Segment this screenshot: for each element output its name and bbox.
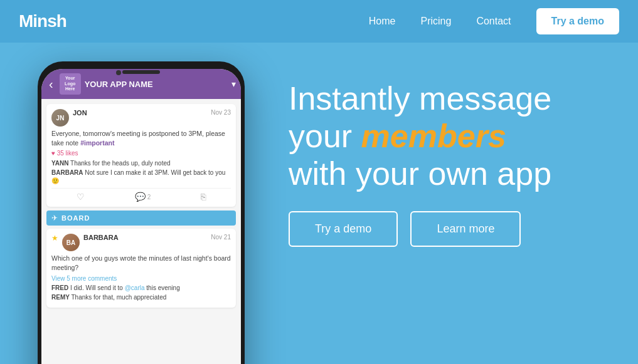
comment-author: YANN	[51, 160, 68, 167]
avatar: BA	[62, 234, 80, 251]
post-author: BARBARA	[83, 234, 119, 241]
post-header: JN JON Nov 23	[51, 109, 231, 127]
post-text: Everyone, tomorrow's meeting is postpone…	[51, 129, 231, 147]
hero-headline: Instantly message your members with your…	[289, 80, 613, 192]
phone-speaker	[122, 70, 160, 74]
nav-links: Home Pricing Contact Try a demo	[369, 8, 619, 34]
post-comment: REMY Thanks for that, much appreciated	[51, 293, 231, 301]
post-meta: JON Nov 23	[73, 109, 231, 117]
view-more-comments[interactable]: View 5 more comments	[51, 275, 231, 282]
hero-line1: Instantly message	[289, 80, 613, 118]
phone-screen: ‹ Your Logo Here YOUR APP NAME ▾	[41, 69, 241, 364]
hero-learn-more-button[interactable]: Learn more	[410, 211, 521, 247]
comment-icon: 💬	[135, 192, 146, 202]
share-button[interactable]: ⎘	[201, 192, 206, 202]
app-logo-box: Your Logo Here	[60, 73, 81, 95]
post-likes: ♥ 35 likes	[51, 150, 231, 157]
app-feed: JN JON Nov 23 Everyone, tomorrow's meeti…	[41, 99, 241, 364]
hero-text: Instantly message your members with your…	[263, 68, 638, 259]
post-actions: ♡ 💬 2 ⎘	[51, 188, 231, 202]
comment-author: REMY	[51, 294, 70, 301]
comment-button[interactable]: 💬 2	[135, 192, 151, 202]
hero-buttons: Try a demo Learn more	[289, 211, 613, 247]
nav-contact[interactable]: Contact	[476, 16, 511, 27]
mention: @carla	[125, 284, 145, 291]
post-comment: BARBARA Not sure I can make it at 3PM. W…	[51, 169, 231, 185]
app-name-label: YOUR APP NAME	[85, 80, 228, 89]
post-author: JON	[73, 109, 87, 117]
avatar: JN	[51, 109, 69, 127]
phone-mockup: ‹ Your Logo Here YOUR APP NAME ▾	[19, 61, 263, 364]
post-hashtag: #important	[80, 139, 114, 147]
app-dropdown-icon[interactable]: ▾	[231, 79, 236, 89]
board-icon: ✈	[51, 214, 58, 222]
brand-logo: Minsh	[19, 11, 66, 31]
hero-try-demo-button[interactable]: Try a demo	[289, 211, 398, 247]
comment-author: BARBARA	[51, 169, 83, 176]
board-label: BOARD	[61, 214, 90, 222]
phone-camera	[116, 70, 121, 75]
hero-highlight: members	[361, 118, 506, 154]
board-section-header: ✈ BOARD	[46, 211, 236, 226]
post-date: Nov 23	[211, 109, 231, 116]
nav-try-demo-button[interactable]: Try a demo	[536, 8, 619, 34]
post-comment: YANN Thanks for the heads up, duly noted	[51, 159, 231, 167]
post-comment: FRED I did. Will send it to @carla this …	[51, 284, 231, 292]
hero-line2: your members	[289, 118, 613, 155]
hero-section: ‹ Your Logo Here YOUR APP NAME ▾	[0, 43, 638, 364]
heart-icon: ♡	[77, 192, 85, 202]
post-item: JN JON Nov 23 Everyone, tomorrow's meeti…	[46, 104, 236, 207]
comment-author: FRED	[51, 284, 68, 291]
nav-home[interactable]: Home	[369, 16, 396, 27]
hero-line3: with your own app	[289, 155, 613, 193]
post-text: Which one of you guys wrote the minutes …	[51, 254, 231, 272]
app-back-button[interactable]: ‹	[46, 77, 56, 91]
post-header: ★ BA BARBARA Nov 21	[51, 234, 231, 251]
post-item: ★ BA BARBARA Nov 21 Which one of you guy…	[46, 229, 236, 307]
phone-device: ‹ Your Logo Here YOUR APP NAME ▾	[38, 61, 245, 364]
nav-pricing[interactable]: Pricing	[420, 16, 451, 27]
post-date: Nov 21	[211, 234, 231, 241]
navbar: Minsh Home Pricing Contact Try a demo	[0, 0, 638, 43]
share-icon: ⎘	[201, 192, 206, 202]
like-button[interactable]: ♡	[77, 192, 85, 202]
post-meta: BARBARA Nov 21	[83, 234, 231, 241]
star-icon: ★	[51, 234, 58, 242]
